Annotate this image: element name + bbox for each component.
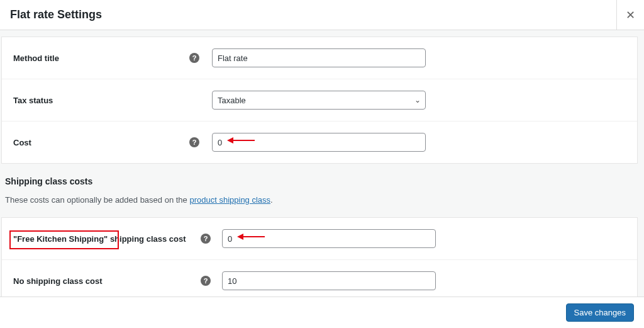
cost-label: Cost [13, 138, 189, 147]
method-title-row: Method title ? [2, 37, 637, 79]
close-icon: ✕ [626, 8, 635, 22]
save-button[interactable]: Save changes [566, 303, 634, 322]
modal-content: Method title ? Tax status Taxable ⌄ [0, 30, 644, 297]
free-kitchen-cost-input[interactable] [222, 229, 436, 248]
shipping-class-heading-block: Shipping class costs These costs can opt… [0, 164, 644, 211]
shipping-class-heading: Shipping class costs [5, 176, 639, 186]
no-shipping-class-row: No shipping class cost ? [2, 260, 637, 297]
settings-modal: Flat rate Settings ✕ Method title ? Tax … [0, 0, 644, 328]
product-shipping-class-link[interactable]: product shipping class [189, 195, 270, 205]
help-icon[interactable]: ? [201, 276, 211, 286]
page-title: Flat rate Settings [10, 8, 102, 21]
modal-header: Flat rate Settings ✕ [0, 0, 644, 30]
help-icon[interactable]: ? [201, 234, 211, 244]
method-title-input[interactable] [212, 48, 426, 67]
general-settings-section: Method title ? Tax status Taxable ⌄ [1, 37, 638, 164]
close-button[interactable]: ✕ [616, 0, 644, 30]
help-icon[interactable]: ? [189, 53, 199, 63]
method-title-label: Method title [13, 54, 189, 63]
cost-input[interactable] [212, 133, 426, 152]
cost-row: Cost ? [2, 122, 637, 163]
free-kitchen-label: "Free Kitchen Shipping" shipping class c… [13, 234, 189, 244]
tax-status-row: Tax status Taxable ⌄ [2, 79, 637, 122]
help-icon[interactable]: ? [189, 137, 199, 147]
tax-status-label: Tax status [13, 96, 189, 105]
shipping-class-costs-section: "Free Kitchen Shipping" shipping class c… [1, 217, 638, 297]
no-shipping-class-cost-input[interactable] [222, 271, 436, 290]
highlight-annotation [9, 230, 119, 249]
tax-status-select[interactable]: Taxable [212, 91, 426, 110]
shipping-class-description: These costs can optionally be added base… [5, 195, 639, 205]
no-shipping-class-label: No shipping class cost [13, 276, 189, 286]
modal-footer: Save changes [0, 297, 644, 328]
free-kitchen-row: "Free Kitchen Shipping" shipping class c… [2, 218, 637, 260]
